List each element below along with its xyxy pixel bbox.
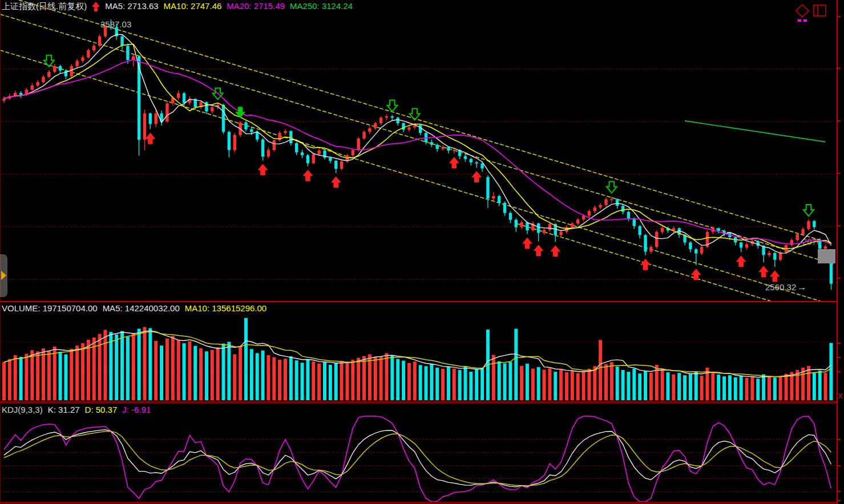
trend-up-arrow-icon — [92, 2, 100, 14]
kdj-name: KDJ(9,3,3) — [2, 405, 43, 415]
main-candlestick-pane[interactable] — [0, 0, 837, 301]
kdj-pane[interactable] — [0, 416, 837, 502]
left-border — [0, 0, 1, 504]
pane-divider-main-volume — [0, 301, 837, 302]
volume-pane[interactable] — [0, 318, 837, 400]
expand-right-triangle-icon — [1, 271, 6, 280]
volume-ma5-value: MA5: 142240032.00 — [103, 303, 180, 314]
marker-dot-icon — [803, 19, 807, 22]
kdj-pane-header: KDJ(9,3,3) K: 31.27 D: 50.37 J: -6.91 — [2, 405, 151, 415]
volume-value: VOLUME: 197150704.00 — [2, 303, 98, 314]
low-price-label: 2560.32→ — [765, 282, 806, 292]
stock-chart-canvas[interactable] — [0, 0, 844, 504]
kdj-k-value: K: 31.27 — [48, 405, 80, 415]
volume-pane-header: VOLUME: 197150704.00 MA5: 142240032.00 M… — [2, 303, 266, 314]
right-axis-drag-handle — [818, 249, 835, 263]
volume-ma10-value: MA10: 135615296.00 — [185, 303, 266, 314]
trading-terminal-screen: 2670 上证指数(日线.前复权) MA5: 2713.63 MA10: 274… — [0, 0, 844, 504]
right-gutter: X — [837, 0, 844, 504]
kdj-j-value: J: -6.91 — [122, 405, 151, 415]
low-price-text: 2560.32 — [765, 282, 796, 292]
low-price-arrow-icon: → — [797, 282, 806, 292]
diamond-icon[interactable] — [796, 5, 809, 17]
ma10-value: MA10: 2747.46 — [164, 1, 222, 14]
main-pane-header: 上证指数(日线.前复权) MA5: 2713.63 MA10: 2747.46 … — [2, 1, 353, 14]
close-indicator-icon[interactable]: X — [838, 392, 843, 400]
ma5-value: MA5: 2713.63 — [105, 1, 158, 14]
bottom-border — [0, 502, 837, 504]
ma20-value: MA20: 2715.49 — [227, 1, 285, 14]
high-price-label: 3587.03 — [100, 19, 131, 29]
window-icon[interactable] — [814, 5, 826, 16]
marker-dot-icon — [798, 19, 801, 22]
kdj-d-value: D: 50.37 — [85, 405, 118, 415]
instrument-title: 上证指数(日线.前复权) — [2, 1, 87, 14]
pane-divider-volume-kdj — [0, 401, 837, 404]
sidebar-expander-tab[interactable] — [0, 254, 7, 297]
chart-toolbar-icons — [794, 3, 830, 23]
ma250-value: MA250: 3124.24 — [290, 1, 353, 14]
